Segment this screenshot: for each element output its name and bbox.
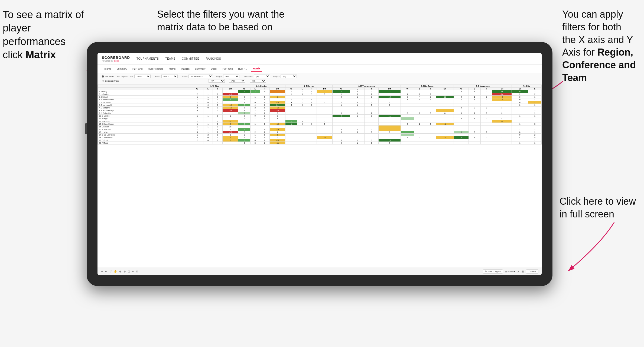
radio-dot-full [102,75,104,78]
filter-radio-fullview[interactable]: Full View [102,75,113,78]
table-row: 2. L Clanton 210-16 1010 101 101 -24 22 [98,93,542,96]
annotation-topleft: To see a matrix of player performances c… [3,8,89,62]
grid-icon[interactable]: ⊞ [522,270,524,273]
filter-region: Region N/A [216,75,239,78]
filter-row-1: Full View Max players in view Top 25 Gen… [102,75,537,78]
settings-icon[interactable]: ⚙ [136,270,138,273]
filter-division: Division NCAA Division I [181,75,213,78]
crop-icon[interactable]: ⌖ [132,270,134,273]
tab-summary-2[interactable]: Summary [193,66,208,71]
col-header-gsa: 7. G Sa [512,85,541,88]
table-row: 8. P Summerhays 512-48 220-16 -11 12 [98,109,542,112]
filter-gender: Gender Men's [154,75,177,78]
table-row: 18. C Sherwood 2007 1300 -15 220-10 0101… [98,136,542,139]
pan-icon[interactable]: ✋ [114,270,117,273]
table-row: 3. J Koivun 1102 0102 01013 04011 010-6 … [98,96,542,98]
watch-icon: ◉ [505,270,507,273]
filter-conference-select-2[interactable]: (All) [229,79,245,83]
filter-conference: Conference (All) [243,75,270,78]
nav-rankings[interactable]: RANKINGS [206,56,221,61]
filter-max-players: Max players in view Top 25 [117,75,151,78]
app-logo: SCOREBOARD Powered by clppd [102,56,130,62]
fit-icon[interactable]: ⊡ [128,270,130,273]
filter-radio-compact[interactable]: Compact View [102,80,119,82]
filter-division-select[interactable]: NCAA Division I [188,75,213,78]
tab-matrix-1[interactable]: Matrix [167,66,178,71]
refresh-icon[interactable]: ↺ [109,270,112,273]
table-row: 11. M Ege 0101 0104 [98,117,542,120]
tablet-screen: SCOREBOARD Powered by clppd TOURNAMENTS … [97,53,542,275]
filter-conference-select[interactable]: (All) [254,75,270,78]
col-header-mthor: 4. M Thorbjornsen [332,85,401,88]
redo-icon[interactable]: ↪ [105,270,107,273]
table-row: 9. N Gabrelcik 0109 011 0100 0100 1 [98,112,542,115]
nav-teams[interactable]: TEAMS [165,56,175,61]
watch-chevron: ▾ [514,270,515,273]
table-row: 6. C Lamprecht 100-16 24124 300 1106 01 [98,104,542,107]
table-row: 12. M Riedel 110-6 1010 -6 [98,120,542,123]
col-header-name [98,85,191,88]
filter-region-select-2[interactable]: N/A [209,79,225,83]
tablet-frame: SCOREBOARD Powered by clppd TOURNAMENTS … [87,42,552,286]
filter-row-2: Compact View N/A (All) [102,79,537,83]
table-row: 16. K Vilips 311-25 2204 3308 050 01 [98,131,542,134]
table-row: 19. D Ford 2002 200-20 01013 11 [98,139,542,142]
table-row: 15. P Maichon 1111 110-19 410-7 22 [98,128,542,131]
tab-h2h-h[interactable]: H2H H... [236,66,250,71]
nav-tournaments[interactable]: TOURNAMENTS [136,56,159,61]
logo-powered: Powered by clppd [102,60,130,62]
filter-players-select[interactable]: (All) [281,75,297,78]
nav-menu: TOURNAMENTS TEAMS COMMITTEE RANKINGS [136,56,221,61]
radio-dot-compact [102,80,104,82]
zoom-in-icon[interactable]: ⊕ [119,270,121,273]
watch-button[interactable]: ◉ Watch ▾ [505,270,515,273]
col-header-clamprecht: 6. C Lamprecht [454,85,512,88]
nav-committee[interactable]: COMMITTEE [182,56,199,61]
tab-matrix-active[interactable]: Matrix [251,66,262,72]
table-row: 20. M Ford 331-11 0107 11 [98,142,542,144]
annotation-topright: You can apply filters for both the X axi… [562,8,636,84]
tab-h2h-grid[interactable]: H2H Grid [130,66,145,71]
table-row: 1. W Ding 12011 110-2 12017 01013 02 [98,90,542,93]
sub-nav: Teams Summary H2H Grid H2H Heatmap Matri… [97,65,542,73]
tab-h2h-grid-2[interactable]: H2H Grid [220,66,235,71]
app-header: SCOREBOARD Powered by clppd TOURNAMENTS … [97,53,542,65]
bottom-toolbar: ↩ ↪ ↺ ✋ ⊕ ⊖ ⊡ ⌖ ⚙ 👁 View: Original ◉ Wat… [97,268,542,275]
table-row: 5. M La Sasso 100 300-16 4106 1006 01 [98,101,542,104]
share-button[interactable]: ⤴ Share [526,269,538,274]
tab-h2h-heatmap[interactable]: H2H Heatmap [146,66,166,71]
filter-gender-select[interactable]: Men's [161,75,178,78]
zoom-out-icon[interactable]: ⊖ [123,270,126,273]
annotation-topcenter: Select the filters you want the matrix d… [157,8,287,34]
view-original-button[interactable]: 👁 View: Original [483,269,503,274]
table-row: 7. G Sargent 200-15 220-15 0003 [98,107,542,109]
table-row: 14. J Lundin 11010 -7 [98,126,542,128]
table-row: 17. S De La Fuente 1200 110-8 02 [98,134,542,136]
tab-detail[interactable]: Detail [209,66,219,71]
col-header-wding: 1. W Ding [191,85,238,88]
filter-players-select-2[interactable]: (All) [250,79,266,83]
col-header-mlasasso: 5. M La Sasso [401,85,454,88]
tab-teams[interactable]: Teams [102,66,113,71]
filter-players: Players (All) [273,75,297,78]
matrix-table: 1. W Ding 2. L Clanton 3. J Koivun 4. M … [97,85,542,144]
table-row: 13. J Skov Olesen 110-3 210-19 1010 220-… [98,123,542,126]
tablet-side-button [85,123,87,134]
col-header-jkoivun: 3. J Koivun [285,85,332,88]
tab-summary[interactable]: Summary [115,66,129,71]
logo-text: SCOREBOARD [102,56,130,60]
table-row: 10. B Valdes 1101 0010 01011 11 [98,115,542,117]
col-subheader-name [98,88,191,90]
annotation-bottomright: Click here to view in full screen [560,195,636,221]
tab-players[interactable]: Players [179,66,192,71]
col-header-lclanton: 2. L Clanton [238,85,285,88]
filter-max-players-select[interactable]: Top 25 [134,75,151,78]
filter-bar: Full View Max players in view Top 25 Gen… [97,73,542,85]
share-icon: ⤴ [528,270,529,273]
undo-icon[interactable]: ↩ [101,270,103,273]
view-icon: 👁 [485,270,487,273]
table-row: 4. M Thorbjornsen 1506 110 110 101 110-6… [98,98,542,101]
filter-region-select[interactable]: N/A [223,75,239,78]
matrix-content[interactable]: 1. W Ding 2. L Clanton 3. J Koivun 4. M … [97,85,542,264]
resize-icon[interactable]: ⤢ [517,270,519,273]
